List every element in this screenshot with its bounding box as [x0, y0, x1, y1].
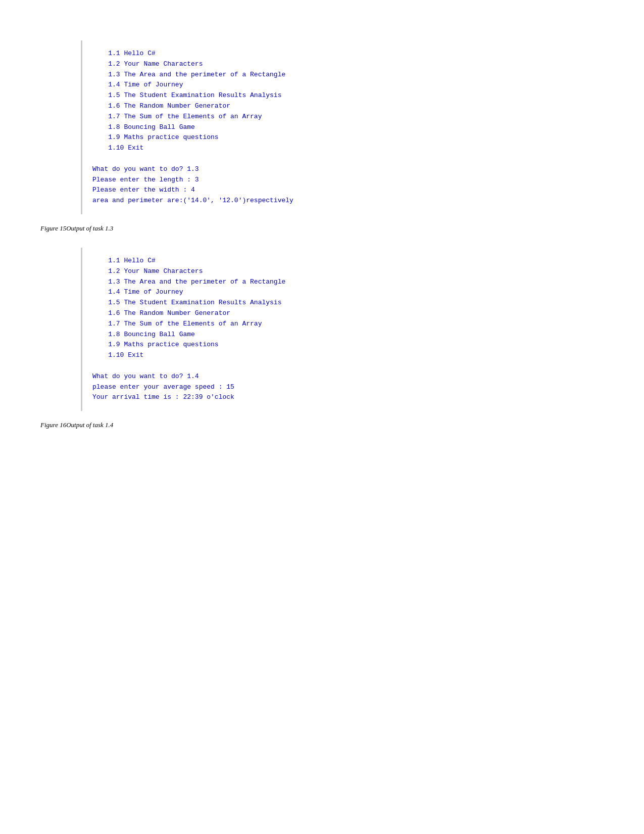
code-line: 1.3 The Area and the perimeter of a Rect…: [92, 277, 593, 288]
code-line: 1.6 The Random Number Generator: [92, 308, 593, 319]
code-line: 1.5 The Student Examination Results Anal…: [92, 90, 593, 101]
code-line: 1.9 Maths practice questions: [92, 132, 593, 143]
code-line: Please enter the length : 3: [92, 175, 593, 186]
code-line: 1.10 Exit: [92, 143, 593, 154]
code-line: 1.3 The Area and the perimeter of a Rect…: [92, 70, 593, 80]
code-line: 1.6 The Random Number Generator: [92, 101, 593, 112]
code-line: 1.10 Exit: [92, 350, 593, 361]
code-line: 1.1 Hello C#: [92, 256, 593, 266]
code-line: 1.7 The Sum of the Elements of an Array: [92, 319, 593, 330]
figure-15-code-block: 1.1 Hello C# 1.2 Your Name Characters 1.…: [81, 40, 604, 214]
code-line: area and perimeter are:('14.0', '12.0')r…: [92, 196, 593, 206]
code-line: 1.4 Time of Journey: [92, 80, 593, 90]
code-line: 1.1 Hello C#: [92, 49, 593, 59]
code-line: Your arrival time is : 22:39 o'clock: [92, 392, 593, 403]
code-line: Please enter the width : 4: [92, 185, 593, 196]
code-line: What do you want to do? 1.4: [92, 372, 593, 382]
figure-16-caption: Figure 16Output of task 1.4: [40, 421, 604, 429]
code-line: 1.8 Bouncing Ball Game: [92, 122, 593, 133]
code-line: 1.7 The Sum of the Elements of an Array: [92, 112, 593, 122]
code-line: 1.5 The Student Examination Results Anal…: [92, 298, 593, 308]
figure-16-section: 1.1 Hello C# 1.2 Your Name Characters 1.…: [40, 248, 604, 429]
page-content: 1.1 Hello C# 1.2 Your Name Characters 1.…: [40, 40, 604, 429]
figure-15-caption: Figure 15Output of task 1.3: [40, 224, 604, 233]
code-line: 1.2 Your Name Characters: [92, 59, 593, 70]
code-line: [92, 361, 593, 372]
code-line: please enter your average speed : 15: [92, 382, 593, 393]
code-line: 1.8 Bouncing Ball Game: [92, 330, 593, 340]
code-line: 1.2 Your Name Characters: [92, 266, 593, 277]
figure-16-code-block: 1.1 Hello C# 1.2 Your Name Characters 1.…: [81, 248, 604, 411]
code-line: 1.4 Time of Journey: [92, 287, 593, 298]
figure-15-section: 1.1 Hello C# 1.2 Your Name Characters 1.…: [40, 40, 604, 233]
code-line: [92, 154, 593, 164]
code-line: What do you want to do? 1.3: [92, 164, 593, 175]
code-line: 1.9 Maths practice questions: [92, 340, 593, 350]
